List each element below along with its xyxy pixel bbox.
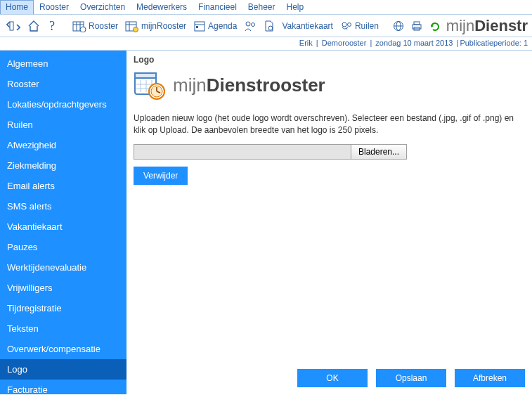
agenda-label: Agenda [208, 21, 237, 31]
svg-point-16 [268, 26, 273, 30]
svg-rect-26 [135, 73, 156, 78]
menubar: HomeRoosterOverzichtenMedewerkersFinanci… [0, 0, 532, 15]
svg-text:?: ? [49, 20, 55, 32]
file-path-input[interactable] [134, 144, 351, 160]
svg-rect-13 [196, 26, 198, 28]
brand-bold: Dienstr [474, 17, 528, 34]
logo-preview: mijnDienstrooster [134, 70, 525, 100]
document-button[interactable] [261, 18, 277, 34]
sidebar: AlgemeenRoosterLokaties/opdrachtgeversRu… [0, 51, 126, 394]
menu-item-home[interactable]: Home [0, 0, 34, 14]
upload-description: Uploaden nieuw logo (het oude logo wordt… [134, 112, 525, 137]
rooster-label: Rooster [89, 21, 118, 31]
vakantiekaart-button[interactable]: Vakantiekaart [280, 20, 335, 32]
sidebar-item-overwerk-compensatie[interactable]: Overwerk/compensatie [0, 339, 126, 359]
people-button[interactable] [242, 18, 259, 34]
menu-item-rooster[interactable]: Rooster [34, 0, 74, 14]
logo-text-thin: mijn [173, 75, 207, 96]
logo-text-bold: Dienstrooster [207, 75, 325, 96]
calendar-clock-icon [134, 70, 166, 100]
help-button[interactable]: ? [45, 18, 60, 34]
sidebar-item-logo[interactable]: Logo [0, 359, 126, 380]
sidebar-item-vakantiekaart[interactable]: Vakantiekaart [0, 216, 126, 237]
svg-point-17 [342, 22, 346, 27]
menu-item-medewerkers[interactable]: Medewerkers [131, 0, 193, 14]
agenda-button[interactable]: Agenda [191, 18, 239, 34]
status-user: Erik [298, 39, 314, 47]
sidebar-item-pauzes[interactable]: Pauzes [0, 237, 126, 257]
opslaan-button[interactable]: Opslaan [376, 369, 446, 387]
svg-point-10 [134, 27, 138, 32]
home-button[interactable] [25, 18, 42, 34]
sidebar-item-sms-alerts[interactable]: SMS alerts [0, 196, 126, 216]
sidebar-item-afwezigheid[interactable]: Afwezigheid [0, 135, 126, 155]
sidebar-item-rooster[interactable]: Rooster [0, 74, 126, 94]
sidebar-item-algemeen[interactable]: Algemeen [0, 53, 126, 74]
status-date: zondag 10 maart 2013 [374, 39, 454, 47]
sidebar-item-teksten[interactable]: Teksten [0, 318, 126, 339]
ruilen-button[interactable]: Ruilen [338, 18, 381, 34]
svg-point-14 [246, 22, 250, 26]
printer-button[interactable] [409, 19, 424, 33]
refresh-button[interactable] [427, 19, 443, 33]
ruilen-label: Ruilen [355, 21, 379, 31]
sidebar-item-ziekmelding[interactable]: Ziekmelding [0, 155, 126, 176]
browse-button[interactable]: Bladeren... [351, 144, 407, 160]
back-forward-button[interactable] [4, 18, 22, 34]
sidebar-item-lokaties-opdrachtgevers[interactable]: Lokaties/opdrachtgevers [0, 94, 126, 115]
sidebar-item-vrijwilligers[interactable]: Vrijwilligers [0, 278, 126, 298]
svg-point-6 [80, 27, 86, 32]
sidebar-item-werktijdenevaluatie[interactable]: Werktijdenevaluatie [0, 257, 126, 278]
svg-rect-23 [414, 22, 420, 25]
status-pub: Publicatieperiode: 1 [458, 39, 529, 47]
rooster-button[interactable]: Rooster [70, 18, 120, 34]
page-title: Logo [134, 55, 525, 65]
svg-rect-0 [10, 22, 13, 30]
vakantiekaart-label: Vakantiekaart [282, 21, 333, 31]
sidebar-item-ruilen[interactable]: Ruilen [0, 115, 126, 135]
verwijder-button[interactable]: Verwijder [134, 167, 188, 185]
content-pane: Logo mijnDienstrooster Uploaden nieuw lo… [126, 51, 532, 394]
status-rooster: Demorooster [320, 39, 368, 47]
ok-button[interactable]: OK [297, 369, 368, 387]
sidebar-item-tijdregistratie[interactable]: Tijdregistratie [0, 298, 126, 318]
mijnrooster-label: mijnRooster [141, 21, 186, 31]
mijnrooster-button[interactable]: mijnRooster [123, 18, 188, 34]
afbreken-button[interactable]: Afbreken [455, 369, 525, 387]
menu-item-financieel[interactable]: Financieel [193, 0, 242, 14]
sidebar-item-email-alerts[interactable]: Email alerts [0, 176, 126, 196]
globe-button[interactable] [391, 19, 406, 33]
menu-item-help[interactable]: Help [281, 0, 310, 14]
toolbar: ? Rooster mijnRooster Agenda Vakantiekaa… [0, 15, 532, 37]
sidebar-item-facturatie[interactable]: Facturatie [0, 380, 126, 395]
footer-buttons: OK Opslaan Afbreken [297, 369, 525, 387]
svg-point-18 [347, 22, 351, 26]
brand-thin: mijn [446, 17, 474, 34]
menu-item-beheer[interactable]: Beheer [242, 0, 281, 14]
brand-logo: mijnDienstr [446, 17, 528, 35]
status-bar: Erik | Demorooster | zondag 10 maart 201… [0, 37, 532, 51]
svg-point-15 [252, 22, 255, 26]
menu-item-overzichten[interactable]: Overzichten [74, 0, 131, 14]
